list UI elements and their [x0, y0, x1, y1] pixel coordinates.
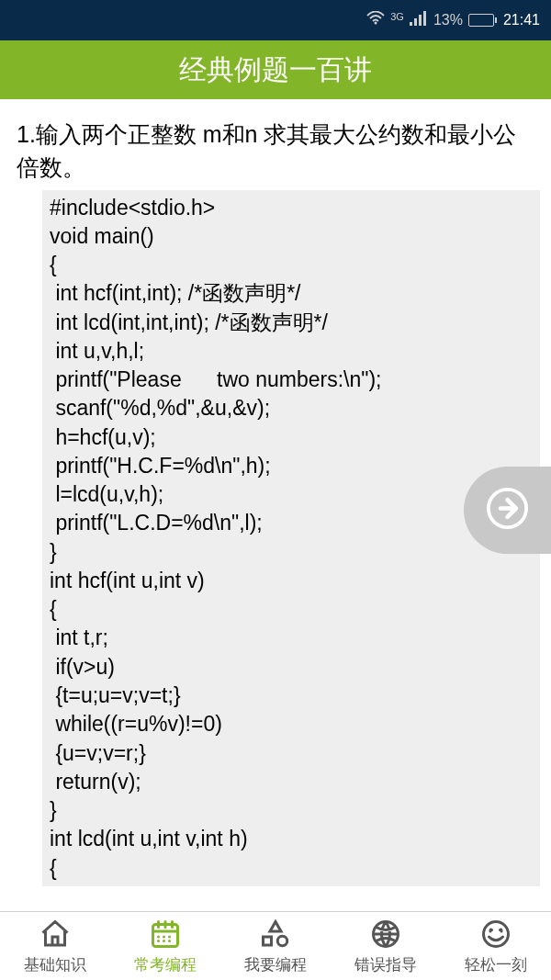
- svg-point-9: [484, 921, 509, 946]
- home-icon: [39, 918, 72, 951]
- smile-icon: [479, 918, 512, 951]
- nav-label: 基础知识: [24, 954, 86, 975]
- globe-icon: [369, 918, 402, 951]
- nav-label: 我要编程: [244, 954, 307, 975]
- code-block: #include<stdio.h> void main() { int hcf(…: [42, 190, 540, 886]
- nav-label: 常考编程: [134, 954, 197, 975]
- status-time: 21:41: [503, 12, 540, 28]
- next-button[interactable]: [464, 467, 551, 554]
- nav-label: 错误指导: [354, 954, 417, 975]
- arrow-right-icon: [487, 488, 528, 533]
- network-type: 3G: [390, 11, 404, 22]
- status-bar: 3G 13% 21:41: [0, 0, 551, 40]
- nav-i-code[interactable]: 我要编程: [220, 912, 331, 980]
- problem-title: 1.输入两个正整数 m和n 求其最大公约数和最小公倍数。: [17, 118, 534, 185]
- nav-error-guide[interactable]: 错误指导: [331, 912, 441, 980]
- svg-rect-3: [419, 15, 422, 26]
- battery-percent: 13%: [433, 12, 463, 28]
- svg-rect-1: [410, 22, 412, 26]
- signal-icon: [410, 11, 428, 29]
- title-bar: 经典例题一百讲: [0, 40, 551, 99]
- bottom-nav: 基础知识 常考编程 我要编程 错误指导 轻松一刻: [0, 911, 551, 980]
- nav-basics[interactable]: 基础知识: [0, 912, 110, 980]
- nav-relax[interactable]: 轻松一刻: [441, 912, 551, 980]
- calendar-icon: [149, 918, 182, 951]
- battery-icon: [468, 14, 494, 27]
- svg-rect-4: [423, 11, 426, 26]
- svg-point-7: [277, 936, 287, 946]
- nav-label: 轻松一刻: [465, 954, 527, 975]
- apps-icon: [259, 918, 292, 951]
- svg-point-0: [375, 21, 377, 24]
- wifi-icon: [366, 11, 385, 30]
- svg-rect-2: [414, 18, 417, 26]
- nav-common-coding[interactable]: 常考编程: [110, 912, 220, 980]
- page-title: 经典例题一百讲: [179, 51, 372, 89]
